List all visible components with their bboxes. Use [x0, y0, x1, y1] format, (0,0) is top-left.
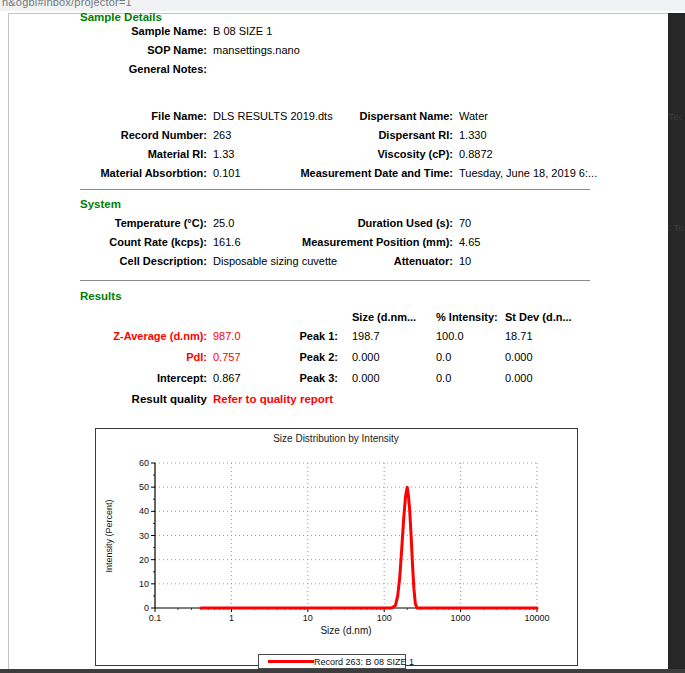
field-value: mansettings.nano — [213, 44, 300, 56]
peak-row: Peak 2:0.0000.00.000 — [9, 347, 533, 368]
section-divider — [80, 280, 590, 281]
quality-label: Result quality — [9, 390, 207, 409]
peak-stdev: 0.000 — [505, 368, 533, 389]
peak-size: 0.000 — [352, 368, 436, 389]
detail-row: Viscosity (cP):0.8872 — [249, 145, 597, 164]
detail-row: Sample Name:B 08 SIZE 1 — [9, 22, 300, 41]
svg-text:10: 10 — [139, 579, 149, 589]
field-label: Material Absorbtion: — [9, 164, 207, 183]
side-panel-text-fragment: : To — [669, 223, 683, 233]
field-value: B 08 SIZE 1 — [213, 25, 272, 37]
svg-text:0.1: 0.1 — [149, 613, 162, 623]
results-table-header: Size (d.nm...% Intensity:St Dev (d.n... — [9, 307, 572, 328]
svg-text:50: 50 — [139, 482, 149, 492]
field-value: Tuesday, June 18, 2019 6:... — [459, 167, 597, 179]
system-right: Duration Used (s):70 Measurement Positio… — [249, 214, 480, 271]
file-details-right: Dispersant Name:Water Dispersant RI:1.33… — [249, 107, 597, 183]
browser-url-text: n&ogbl#inbox/projector=1 — [2, 0, 132, 8]
detail-row: Result qualityRefer to quality report — [9, 390, 333, 409]
result-quality-row: Result qualityRefer to quality report — [9, 390, 333, 409]
detail-row: Measurement Date and Time:Tuesday, June … — [249, 164, 597, 183]
svg-text:30: 30 — [139, 531, 149, 541]
peak-intensity: 0.0 — [436, 347, 505, 368]
field-label: Dispersant Name: — [249, 107, 453, 126]
field-value: 1.33 — [213, 148, 234, 160]
section-divider — [80, 189, 590, 190]
size-distribution-chart: Size Distribution by Intensity0102030405… — [95, 428, 578, 666]
legend-label: Record 263: B 08 SIZE 1 — [314, 657, 414, 667]
peak-intensity: 100.0 — [436, 326, 505, 347]
field-value: 161.6 — [213, 236, 241, 248]
field-label: Measurement Date and Time: — [249, 164, 453, 183]
detail-row: Duration Used (s):70 — [249, 214, 480, 233]
field-label: Count Rate (kcps): — [9, 233, 207, 252]
preview-side-panel: Tec : To — [668, 13, 685, 673]
peak-label: Peak 1: — [9, 326, 338, 347]
peak-size: 198.7 — [352, 326, 436, 347]
detail-row: SOP Name:mansettings.nano — [9, 41, 300, 60]
field-value: 263 — [213, 129, 231, 141]
column-header-intensity: % Intensity: — [436, 307, 505, 328]
legend-line-swatch — [268, 660, 314, 663]
peak-label: Peak 3: — [9, 368, 338, 389]
detail-row: Attenuator:10 — [249, 252, 480, 271]
svg-text:10: 10 — [303, 613, 313, 623]
field-value: 0.8872 — [459, 148, 493, 160]
peak-size: 0.000 — [352, 347, 436, 368]
svg-text:100: 100 — [377, 613, 392, 623]
detail-row: Measurement Position (mm):4.65 — [249, 233, 480, 252]
svg-text:Size Distribution by Intensity: Size Distribution by Intensity — [273, 433, 399, 444]
field-value: 1.330 — [459, 129, 487, 141]
screen: n&ogbl#inbox/projector=1 Sample Details … — [0, 0, 685, 673]
section-title-results: Results — [80, 290, 122, 302]
svg-text:1: 1 — [229, 613, 234, 623]
field-label: Temperature (°C): — [9, 214, 207, 233]
field-label: Cell Description: — [9, 252, 207, 271]
field-label: Dispersant RI: — [249, 126, 453, 145]
results-peaks: Peak 1:198.7100.018.71 Peak 2:0.0000.00.… — [9, 326, 533, 389]
sample-details-rows: Sample Name:B 08 SIZE 1 SOP Name:mansett… — [9, 22, 300, 79]
field-value: Water — [459, 110, 488, 122]
chart-canvas: Size Distribution by Intensity0102030405… — [96, 429, 577, 665]
chart-legend: Record 263: B 08 SIZE 1 — [258, 654, 406, 669]
field-label: SOP Name: — [9, 41, 207, 60]
table-header-row: Size (d.nm...% Intensity:St Dev (d.n... — [9, 307, 572, 328]
field-label: Record Number: — [9, 126, 207, 145]
peak-intensity: 0.0 — [436, 368, 505, 389]
quality-value: Refer to quality report — [213, 393, 333, 405]
svg-text:Intensity (Percent): Intensity (Percent) — [104, 499, 114, 572]
side-panel-text-fragment: Tec — [669, 112, 683, 122]
field-label: Viscosity (cP): — [249, 145, 453, 164]
svg-text:20: 20 — [139, 555, 149, 565]
column-header-stdev: St Dev (d.n... — [505, 307, 572, 328]
column-header-size: Size (d.nm... — [352, 307, 436, 328]
field-label: Duration Used (s): — [249, 214, 453, 233]
field-value: 4.65 — [459, 236, 480, 248]
peak-stdev: 0.000 — [505, 347, 533, 368]
field-label: File Name: — [9, 107, 207, 126]
peak-row: Peak 3:0.0000.00.000 — [9, 368, 533, 389]
svg-text:1000: 1000 — [451, 613, 471, 623]
field-label: Measurement Position (mm): — [249, 233, 453, 252]
field-label: Attenuator: — [249, 252, 453, 271]
svg-text:40: 40 — [139, 506, 149, 516]
field-label: General Notes: — [9, 60, 207, 79]
svg-text:0: 0 — [144, 603, 149, 613]
detail-row: General Notes: — [9, 60, 300, 79]
field-value: 25.0 — [213, 217, 234, 229]
field-value: 0.101 — [213, 167, 241, 179]
bottom-edge-bar — [0, 669, 685, 673]
field-value: 10 — [459, 255, 471, 267]
detail-row: Dispersant Name:Water — [249, 107, 597, 126]
peak-label: Peak 2: — [9, 347, 338, 368]
field-value: 70 — [459, 217, 471, 229]
browser-url-bar: n&ogbl#inbox/projector=1 — [0, 0, 685, 11]
field-label: Sample Name: — [9, 22, 207, 41]
svg-text:60: 60 — [139, 458, 149, 468]
peak-stdev: 18.71 — [505, 326, 533, 347]
field-label: Material RI: — [9, 145, 207, 164]
svg-text:Size (d.nm): Size (d.nm) — [320, 625, 371, 636]
peak-row: Peak 1:198.7100.018.71 — [9, 326, 533, 347]
svg-text:10000: 10000 — [524, 613, 549, 623]
report-page: Sample Details Sample Name:B 08 SIZE 1 S… — [8, 13, 669, 673]
